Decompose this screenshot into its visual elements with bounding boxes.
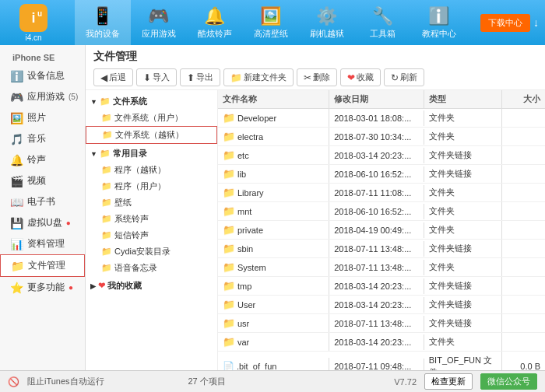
file-date: 2018-07-11 11:08:... [329, 185, 424, 201]
folder-icon: 📁 [223, 205, 235, 217]
tree-group-label: 我的收藏 [107, 280, 142, 292]
import-label: 导入 [153, 72, 170, 83]
file-rows-container: 📁Developer 2018-03-01 18:08:... 文件夹 📁ele… [218, 109, 545, 370]
sidebar-item-music[interactable]: 🎵 音乐 [0, 128, 85, 149]
arrow-down-icon[interactable]: ↓ [533, 16, 539, 29]
table-row[interactable]: 📄.bit_of_fun 2018-07-11 09:48:... BIT_OF… [218, 352, 545, 370]
file-browser: ▼ 📁 文件系统 📁 文件系统（用户） 📁 文件系统（越狱） [86, 90, 545, 370]
file-name: 📁electra [218, 128, 329, 145]
table-row[interactable]: 📁etc 2018-03-14 20:23:... 文件夹链接 [218, 146, 545, 165]
tree-item-icon: 📁 [101, 113, 112, 123]
wechat-button[interactable]: 微信公众号 [480, 373, 537, 390]
tree-item-sms-ringtone[interactable]: 📁 短信铃声 [86, 227, 217, 243]
file-name-text: sbin [237, 244, 253, 254]
table-row[interactable]: 📁tmp 2018-03-14 20:23:... 文件夹链接 [218, 277, 545, 296]
sidebar-item-udisk[interactable]: 💾 虚拟U盘 ● [0, 212, 85, 233]
back-button[interactable]: ◀ 后退 [93, 68, 133, 86]
file-type: 文件夹链接 [424, 296, 502, 313]
sidebar-item-apps[interactable]: 🎮 应用游戏 (5) [0, 86, 85, 107]
sidebar-item-label: 铃声 [27, 153, 46, 166]
sidebar: iPhone SE ℹ️ 设备信息 🎮 应用游戏 (5) 🖼️ 照片 🎵 音乐 … [0, 45, 86, 370]
tree-group-favorites-header[interactable]: ▶ ❤ 我的收藏 [86, 278, 217, 294]
tree-item-voice-memo[interactable]: 📁 语音备忘录 [86, 260, 217, 276]
file-date: 2018-04-19 00:49:... [329, 222, 424, 238]
refresh-button[interactable]: ↻ 刷新 [384, 68, 424, 86]
nav-jailbreak[interactable]: ⚙️ 刷机越狱 [299, 0, 355, 45]
file-name-text: User [237, 300, 255, 310]
nav-tutorial-label: 教程中心 [422, 28, 456, 40]
check-update-button[interactable]: 检查更新 [424, 373, 473, 390]
download-button[interactable]: 下载中心 [480, 14, 530, 32]
sidebar-item-label: 文件管理 [28, 259, 65, 272]
toolbar: ◀ 后退 ⬇ 导入 ⬆ 导出 📁 新建文件夹 ✂ 删除 [93, 68, 537, 86]
nav-tutorial-icon: ℹ️ [428, 6, 449, 26]
favorite-button[interactable]: ❤ 收藏 [340, 68, 381, 86]
file-name: 📁System [218, 258, 329, 276]
tree-item-sys-ringtone[interactable]: 📁 系统铃声 [86, 211, 217, 227]
file-date: 2018-07-30 10:34:... [329, 129, 424, 145]
nav-toolbox-icon: 🔧 [372, 6, 393, 26]
nav-ringtone[interactable]: 🔔 酷炫铃声 [187, 0, 243, 45]
tree-item-prog-user[interactable]: 📁 程序（用户） [86, 178, 217, 194]
tree-item-icon: 📁 [101, 214, 112, 224]
sidebar-item-file-mgmt[interactable]: 📁 文件管理 [0, 254, 85, 277]
export-button[interactable]: ⬆ 导出 [180, 68, 220, 86]
photos-icon: 🖼️ [9, 112, 23, 124]
tree-item-label: 程序（用户） [114, 180, 166, 192]
svg-text:i: i [31, 10, 35, 26]
table-row[interactable]: 📁mnt 2018-06-10 16:52:... 文件夹 [218, 202, 545, 221]
tree-item-label: 短信铃声 [114, 229, 149, 241]
new-folder-button[interactable]: 📁 新建文件夹 [223, 68, 294, 86]
sidebar-item-ebooks[interactable]: 📖 电子书 [0, 191, 85, 212]
import-button[interactable]: ⬇ 导入 [136, 68, 177, 86]
table-row[interactable]: 📁var 2018-03-14 20:23:... 文件夹 [218, 333, 545, 352]
tree-group-filesystem-header[interactable]: ▼ 📁 文件系统 [86, 93, 217, 110]
file-type: 文件夹 [424, 202, 502, 220]
nav-my-device-icon: 📱 [92, 6, 113, 26]
file-date: 2018-07-11 09:48:... [329, 359, 424, 370]
nav-apps[interactable]: 🎮 应用游戏 [131, 0, 187, 45]
folder-icon: 📁 [223, 243, 235, 254]
file-name-text: etc [237, 151, 249, 160]
table-row[interactable]: 📁sbin 2018-07-11 13:48:... 文件夹链接 [218, 240, 545, 258]
table-row[interactable]: 📁Developer 2018-03-01 18:08:... 文件夹 [218, 109, 545, 128]
delete-button[interactable]: ✂ 删除 [297, 68, 337, 86]
sidebar-item-more[interactable]: ⭐ 更多功能 ● [0, 277, 85, 298]
nav-my-device[interactable]: 📱 我的设备 [75, 0, 131, 45]
tree-item-prog-jb[interactable]: 📁 程序（越狱） [86, 162, 217, 178]
col-name-header: 文件名称 [218, 90, 329, 108]
nav-toolbox[interactable]: 🔧 工具箱 [355, 0, 411, 45]
sidebar-item-device-info[interactable]: ℹ️ 设备信息 [0, 65, 85, 86]
file-size [502, 339, 545, 345]
logo-area: i u i4.cn [6, 4, 61, 42]
nav-tutorial[interactable]: ℹ️ 教程中心 [411, 0, 467, 45]
sidebar-item-videos[interactable]: 🎬 视频 [0, 170, 85, 191]
tree-item-cydia[interactable]: 📁 Cydia安装目录 [86, 243, 217, 260]
table-row[interactable]: 📁Library 2018-07-11 11:08:... 文件夹 [218, 184, 545, 202]
tree-item-fs-user[interactable]: 📁 文件系统（用户） [86, 110, 217, 126]
file-type: 文件夹链接 [424, 314, 502, 332]
table-row[interactable]: 📁lib 2018-06-10 16:52:... 文件夹链接 [218, 165, 545, 184]
file-mgmt-icon: 📁 [10, 260, 24, 272]
sidebar-item-photos[interactable]: 🖼️ 照片 [0, 107, 85, 128]
tree-item-fs-jb[interactable]: 📁 文件系统（越狱） [86, 126, 217, 144]
nav-wallpaper[interactable]: 🖼️ 高清壁纸 [243, 0, 299, 45]
col-type-header: 类型 [424, 90, 502, 108]
table-row[interactable]: 📁usr 2018-07-11 13:48:... 文件夹链接 [218, 314, 545, 333]
back-label: 后退 [109, 72, 126, 83]
table-row[interactable]: 📁private 2018-04-19 00:49:... 文件夹 [218, 221, 545, 240]
tree-item-wallpaper[interactable]: 📁 壁纸 [86, 194, 217, 211]
table-row[interactable]: 📁System 2018-07-11 13:48:... 文件夹 [218, 258, 545, 277]
table-row[interactable]: 📁electra 2018-07-30 10:34:... 文件夹 [218, 128, 545, 146]
file-size [502, 134, 545, 140]
sidebar-item-label: 虚拟U盘 [27, 216, 62, 229]
tree-group-common-header[interactable]: ▼ 📁 常用目录 [86, 145, 217, 162]
sidebar-item-ringtones[interactable]: 🔔 铃声 [0, 149, 85, 170]
logo-icon[interactable]: i u [19, 4, 47, 32]
bottombar: 🚫 阻止iTunes自动运行 27 个项目 V7.72 检查更新 微信公众号 [0, 370, 545, 392]
sidebar-item-data-mgmt[interactable]: 📊 资料管理 [0, 233, 85, 254]
folder-icon: 📁 [223, 187, 235, 198]
topbar: i u i4.cn 📱 我的设备 🎮 应用游戏 🔔 酷炫铃声 🖼️ 高清壁纸 ⚙… [0, 0, 545, 45]
table-row[interactable]: 📁User 2018-03-14 20:23:... 文件夹链接 [218, 296, 545, 314]
file-name: 📁Developer [218, 109, 329, 127]
